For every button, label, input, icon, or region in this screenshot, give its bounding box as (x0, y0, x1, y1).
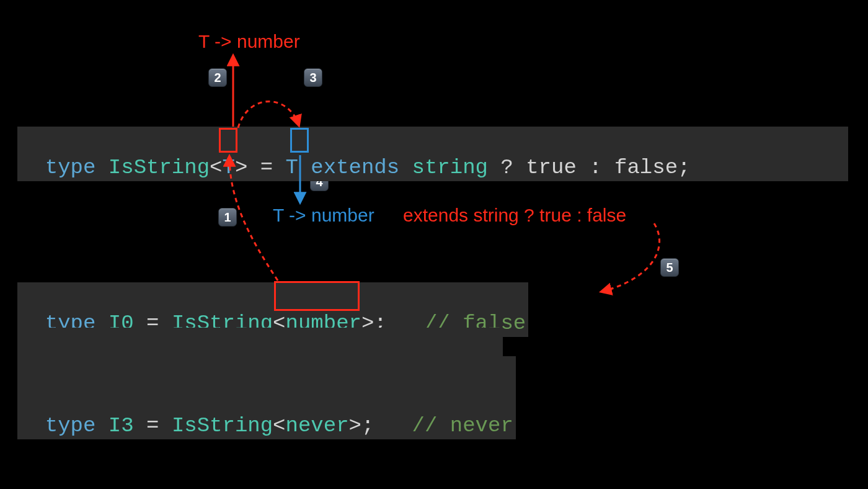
token-typename-fn: IsString (172, 414, 273, 437)
token-keyword-extends: extends (311, 156, 412, 179)
token-generic-T-use: T (286, 156, 298, 179)
token-keyword-type: type (45, 156, 108, 179)
highlight-box-number (274, 281, 360, 311)
highlight-box-T-use (290, 128, 309, 153)
token-type-never: never (286, 414, 349, 437)
token-pad (374, 414, 412, 437)
token-angle-close: > (235, 156, 247, 179)
token-semi: ; (361, 414, 374, 437)
token-eq: = (247, 156, 285, 179)
step-badge-3: 3 (304, 68, 322, 87)
token-comment: // never (412, 414, 513, 437)
token-conditional-rest: ? true : false; (488, 156, 690, 179)
annotation-top: T -> number (198, 31, 300, 52)
token-space (298, 156, 311, 179)
annotation-mid-red: extends string ? true : false (403, 205, 626, 226)
token-keyword-type: type (45, 414, 108, 437)
step-badge-5: 5 (660, 258, 679, 277)
annotation-mid-blue: T -> number (273, 205, 374, 226)
step-badge-2: 2 (208, 68, 227, 87)
step-badge-1: 1 (218, 208, 237, 227)
arrow-step-5 (601, 223, 660, 292)
token-angle-open: < (273, 414, 285, 437)
token-typename: I3 (108, 414, 134, 437)
arrow-step-3 (238, 101, 299, 128)
highlight-box-T-decl (219, 128, 237, 153)
code-line-i3: type I3 = IsString<never>; // never (17, 385, 516, 439)
token-angle-open: < (210, 156, 222, 179)
token-generic-T-decl: T (222, 156, 234, 179)
token-typename: IsString (108, 156, 210, 179)
token-type-string: string (412, 156, 488, 179)
token-angle-close: > (349, 414, 361, 437)
token-eq: = (134, 414, 172, 437)
code-line-def: type IsString<T> = T extends string ? tr… (17, 127, 848, 181)
